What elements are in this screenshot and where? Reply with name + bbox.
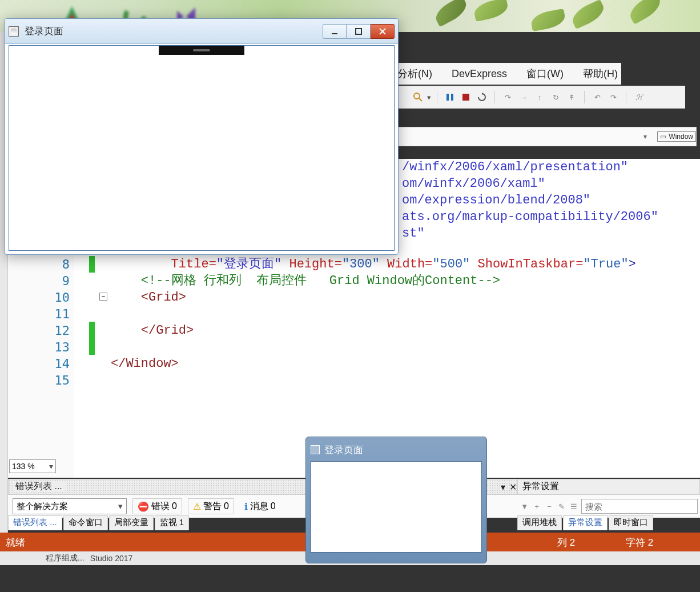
menu-window[interactable]: 窗口(W) <box>523 65 567 83</box>
filter-icon[interactable]: ▼ <box>520 499 530 514</box>
errors-pill[interactable]: ⛔ 错误 0 <box>132 498 182 514</box>
restart-icon[interactable] <box>475 90 489 104</box>
edit-icon[interactable]: ✎ <box>557 499 567 514</box>
chevron-down-icon: ▾ <box>118 501 123 511</box>
status-ready: 就绪 <box>6 536 25 549</box>
exception-tab-strip: 调用堆栈 异常设置 即时窗口 <box>517 515 700 530</box>
scope-bar: ▾ ▭ Window <box>394 127 697 146</box>
svg-rect-6 <box>451 94 453 101</box>
tab-callstack[interactable]: 调用堆栈 <box>517 515 562 530</box>
change-marker <box>89 322 95 355</box>
footer-item[interactable]: 程序组成... <box>46 553 85 563</box>
window-icon: ▭ <box>660 133 666 141</box>
app-icon <box>9 26 19 37</box>
error-scope-combo[interactable]: 整个解决方案 ▾ <box>13 498 127 514</box>
close-icon[interactable]: ✕ <box>509 482 517 493</box>
login-app-titlebar[interactable]: 登录页面 <box>5 19 398 44</box>
scope-window[interactable]: ▭ Window <box>657 131 696 142</box>
menu-devexpress[interactable]: DevExpress <box>448 66 510 82</box>
tool-icon[interactable]: ℋ <box>632 90 646 104</box>
error-icon: ⛔ <box>138 501 149 512</box>
step-out-icon[interactable]: ↑ <box>533 90 546 104</box>
pause-icon[interactable] <box>443 90 457 104</box>
undo-icon[interactable]: ↶ <box>590 90 604 104</box>
dark-handle <box>159 46 244 55</box>
messages-pill[interactable]: ℹ 消息 0 <box>240 498 280 514</box>
exception-settings-header: 异常设置 <box>517 479 700 495</box>
error-list-title: 错误列表 ... <box>13 481 65 491</box>
warnings-pill[interactable]: ⚠ 警告 0 <box>188 498 234 514</box>
info-icon: ℹ <box>244 501 248 512</box>
ide-menu-bar: 分析(N) DevExpress 窗口(W) 帮助(H) <box>394 63 621 85</box>
close-button[interactable] <box>371 24 395 39</box>
tab-immediate[interactable]: 即时窗口 <box>609 515 653 530</box>
taskbar-preview-title: 登录页面 <box>311 442 482 458</box>
menu-analyze[interactable]: 分析(N) <box>394 65 436 83</box>
login-app-window[interactable]: 登录页面 <box>5 18 399 255</box>
tab-watch1[interactable]: 监视 1 <box>155 515 190 530</box>
step-icon[interactable]: ↟ <box>565 90 578 104</box>
tab-locals[interactable]: 局部变量 <box>109 515 154 530</box>
ide-toolbar: ▾ ↷ → ↑ ↻ ↟ ↶ ↷ ℋ <box>394 86 685 109</box>
minimize-button[interactable] <box>323 24 347 39</box>
error-scope-value: 整个解决方案 <box>17 501 68 512</box>
pin-icon[interactable]: ▾ <box>501 482 505 493</box>
exception-settings-title: 异常设置 <box>522 481 559 491</box>
warning-icon: ⚠ <box>193 501 201 512</box>
app-icon <box>311 445 320 454</box>
list-icon[interactable]: ☰ <box>569 499 579 514</box>
plus-icon[interactable]: + <box>532 499 542 514</box>
exception-search-input[interactable] <box>581 499 698 514</box>
redo-icon[interactable]: ↷ <box>606 90 620 104</box>
exception-settings-body: ▼ + − ✎ ☰ <box>517 495 700 518</box>
bottom-tab-strip: 错误列表 ... 命令窗口 局部变量 监视 1 <box>8 515 190 530</box>
zoom-value: 133 % <box>12 462 35 471</box>
svg-rect-7 <box>462 94 469 101</box>
login-app-title: 登录页面 <box>25 25 63 38</box>
svg-point-3 <box>414 93 420 99</box>
login-app-client-area[interactable] <box>9 45 395 251</box>
leaf-decoration <box>530 9 566 31</box>
maximize-button[interactable] <box>347 24 371 39</box>
tab-error-list[interactable]: 错误列表 ... <box>8 515 62 530</box>
zoom-combo[interactable]: 133 % ▾ <box>9 459 56 473</box>
leaf-decoration <box>432 0 470 27</box>
menu-help[interactable]: 帮助(H) <box>580 65 621 83</box>
scope-dropdown[interactable]: ▾ <box>533 133 647 141</box>
status-column: 列 2 <box>557 536 626 549</box>
taskbar-preview-thumbnail[interactable] <box>311 461 482 553</box>
change-marker <box>89 256 95 273</box>
step-over-icon[interactable]: → <box>517 90 530 104</box>
minus-icon[interactable]: − <box>544 499 554 514</box>
leaf-decoration <box>473 0 510 22</box>
chevron-down-icon: ▾ <box>49 462 53 471</box>
tab-exception-settings[interactable]: 异常设置 <box>563 515 608 530</box>
scope-label: Window <box>669 133 693 141</box>
status-char: 字符 2 <box>626 536 694 549</box>
fold-toggle[interactable]: − <box>99 293 107 301</box>
leaf-decoration <box>626 0 665 25</box>
step-icon[interactable]: ↻ <box>549 90 562 104</box>
stop-icon[interactable] <box>459 90 473 104</box>
step-into-icon[interactable]: ↷ <box>501 90 514 104</box>
footer-item[interactable]: Studio 2017 <box>90 554 133 563</box>
svg-rect-10 <box>356 29 361 34</box>
svg-line-4 <box>419 98 422 101</box>
tab-command-window[interactable]: 命令窗口 <box>63 515 108 530</box>
leaf-decoration <box>569 0 607 29</box>
find-icon[interactable] <box>411 90 425 104</box>
taskbar-preview[interactable]: 登录页面 <box>305 437 487 563</box>
svg-rect-5 <box>446 94 449 101</box>
svg-rect-9 <box>332 33 337 34</box>
